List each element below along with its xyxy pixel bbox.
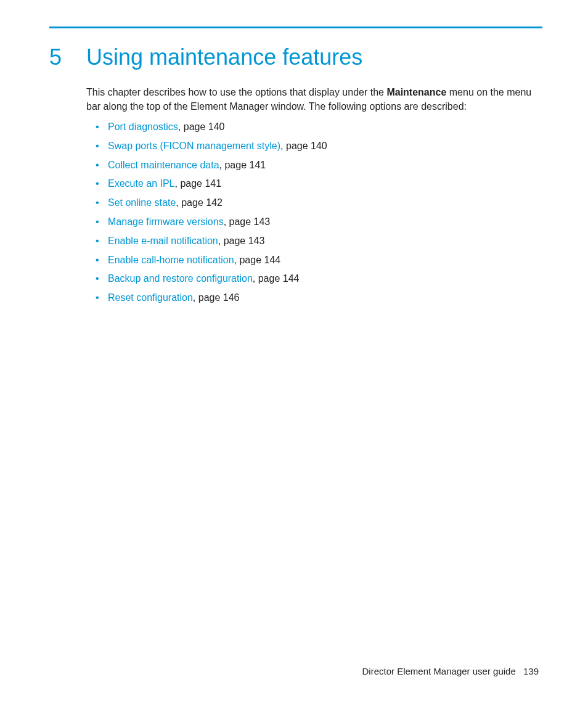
bullet-icon: • xyxy=(96,176,99,192)
top-rule xyxy=(49,27,542,28)
list-item: • Collect maintenance data, page 141 xyxy=(96,158,527,173)
toc-page: , page 140 xyxy=(178,121,225,132)
chapter-number: 5 xyxy=(49,44,86,70)
intro-strong: Maintenance xyxy=(386,87,446,97)
list-item: • Manage firmware versions, page 143 xyxy=(96,215,527,230)
bullet-icon: • xyxy=(96,234,99,249)
intro-paragraph: This chapter describes how to use the op… xyxy=(86,85,533,113)
toc-link-swap-ports[interactable]: Swap ports (FICON management style) xyxy=(108,141,280,151)
toc-link-manage-firmware[interactable]: Manage firmware versions xyxy=(108,216,224,227)
list-item: • Execute an IPL, page 141 xyxy=(96,176,527,192)
toc-link-execute-ipl[interactable]: Execute an IPL xyxy=(108,178,175,189)
toc-link-backup-restore[interactable]: Backup and restore configuration xyxy=(108,273,253,284)
bullet-icon: • xyxy=(96,195,99,211)
intro-prefix: This chapter describes how to use the op… xyxy=(86,87,386,97)
list-item: • Enable call-home notification, page 14… xyxy=(96,253,527,268)
toc-link-reset-config[interactable]: Reset configuration xyxy=(108,292,193,303)
list-item: • Reset configuration, page 146 xyxy=(96,290,527,306)
bullet-icon: • xyxy=(96,271,99,287)
list-item: • Port diagnostics, page 140 xyxy=(96,120,527,135)
bullet-icon: • xyxy=(96,158,99,173)
bullet-icon: • xyxy=(96,290,99,306)
toc-link-enable-email[interactable]: Enable e-mail notification xyxy=(108,236,218,246)
toc-page: , page 144 xyxy=(253,273,300,284)
toc-page: , page 144 xyxy=(234,255,281,265)
bullet-icon: • xyxy=(96,253,99,268)
list-item: • Set online state, page 142 xyxy=(96,195,527,211)
page-footer: Director Element Manager user guide 139 xyxy=(362,666,539,676)
bullet-icon: • xyxy=(96,120,99,135)
toc-list: • Port diagnostics, page 140 • Swap port… xyxy=(96,120,527,310)
bullet-icon: • xyxy=(96,215,99,230)
bullet-icon: • xyxy=(96,139,99,154)
toc-link-collect-maintenance[interactable]: Collect maintenance data xyxy=(108,160,219,170)
toc-page: , page 146 xyxy=(193,292,240,303)
list-item: • Enable e-mail notification, page 143 xyxy=(96,234,527,249)
toc-page: , page 143 xyxy=(224,216,271,227)
toc-link-port-diagnostics[interactable]: Port diagnostics xyxy=(108,121,178,132)
footer-page-number: 139 xyxy=(523,666,539,676)
footer-title: Director Element Manager user guide xyxy=(362,666,516,676)
toc-link-set-online-state[interactable]: Set online state xyxy=(108,197,176,208)
toc-page: , page 140 xyxy=(280,141,327,151)
toc-page: , page 142 xyxy=(176,197,223,208)
toc-page: , page 141 xyxy=(219,160,266,170)
toc-page: , page 143 xyxy=(218,236,265,246)
list-item: • Backup and restore configuration, page… xyxy=(96,271,527,287)
toc-page: , page 141 xyxy=(175,178,222,189)
chapter-header: 5 Using maintenance features xyxy=(49,44,362,70)
chapter-title: Using maintenance features xyxy=(86,44,362,70)
toc-link-enable-callhome[interactable]: Enable call-home notification xyxy=(108,255,234,265)
list-item: • Swap ports (FICON management style), p… xyxy=(96,139,527,154)
